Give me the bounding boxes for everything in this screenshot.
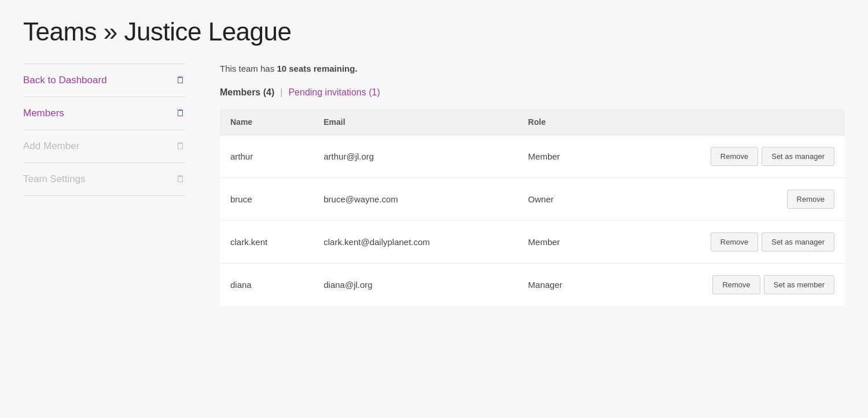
sidebar-label-back-to-dashboard: Back to Dashboard xyxy=(23,75,107,86)
btn-set-as-member-3[interactable]: Set as member xyxy=(764,275,834,294)
cell-role-2: Member xyxy=(518,221,606,264)
cell-name-0: arthur xyxy=(220,135,313,178)
col-header-name: Name xyxy=(220,109,313,135)
page-title: Teams » Justice League xyxy=(23,17,845,46)
cell-name-3: diana xyxy=(220,264,313,306)
cell-actions-0: RemoveSet as manager xyxy=(606,135,845,178)
cell-email-2: clark.kent@dailyplanet.com xyxy=(313,221,517,264)
col-header-email: Email xyxy=(313,109,517,135)
col-header-role: Role xyxy=(518,109,606,135)
cell-actions-1: Remove xyxy=(606,178,845,221)
table-row: dianadiana@jl.orgManagerRemoveSet as mem… xyxy=(220,264,845,306)
tab-pending-invitations[interactable]: Pending invitations (1) xyxy=(288,87,380,98)
cell-role-3: Manager xyxy=(518,264,606,306)
btn-remove-3[interactable]: Remove xyxy=(712,275,760,294)
main-content: This team has 10 seats remaining. Member… xyxy=(220,64,845,306)
btn-remove-1[interactable]: Remove xyxy=(787,190,834,209)
btn-set-as-manager-0[interactable]: Set as manager xyxy=(762,147,834,166)
sidebar-label-members: Members xyxy=(23,108,64,119)
table-row: clark.kentclark.kent@dailyplanet.comMemb… xyxy=(220,221,845,264)
table-body: arthurarthur@jl.orgMemberRemoveSet as ma… xyxy=(220,135,845,306)
cell-role-0: Member xyxy=(518,135,606,178)
btn-set-as-manager-2[interactable]: Set as manager xyxy=(762,232,834,251)
sidebar-icon-back-to-dashboard: 🗒 xyxy=(176,75,185,86)
col-header-actions xyxy=(606,109,845,135)
tab-separator: | xyxy=(280,87,282,98)
sidebar-icon-team-settings: 🗒 xyxy=(176,174,185,184)
tab-members: Members (4) xyxy=(220,87,274,98)
seats-count: 10 seats remaining. xyxy=(277,64,357,73)
table-row: arthurarthur@jl.orgMemberRemoveSet as ma… xyxy=(220,135,845,178)
table-row: brucebruce@wayne.comOwnerRemove xyxy=(220,178,845,221)
seats-info: This team has 10 seats remaining. xyxy=(220,64,845,73)
sidebar-item-add-member[interactable]: Add Member🗒 xyxy=(23,130,185,162)
cell-email-1: bruce@wayne.com xyxy=(313,178,517,221)
cell-actions-2: RemoveSet as manager xyxy=(606,221,845,264)
cell-email-0: arthur@jl.org xyxy=(313,135,517,178)
cell-name-1: bruce xyxy=(220,178,313,221)
table-head: NameEmailRole xyxy=(220,109,845,135)
members-table: NameEmailRole arthurarthur@jl.orgMemberR… xyxy=(220,109,845,306)
sidebar-label-team-settings: Team Settings xyxy=(23,173,86,185)
sidebar-item-members[interactable]: Members🗒 xyxy=(23,97,185,130)
page-container: Teams » Justice League Back to Dashboard… xyxy=(0,0,868,418)
sidebar-icon-add-member: 🗒 xyxy=(176,141,185,151)
table-header-row: NameEmailRole xyxy=(220,109,845,135)
seats-info-prefix: This team has xyxy=(220,64,277,73)
sidebar-item-team-settings[interactable]: Team Settings🗒 xyxy=(23,162,185,196)
layout: Back to Dashboard🗒Members🗒Add Member🗒Tea… xyxy=(23,64,845,306)
cell-actions-3: RemoveSet as member xyxy=(606,264,845,306)
sidebar-label-add-member: Add Member xyxy=(23,140,79,152)
cell-role-1: Owner xyxy=(518,178,606,221)
cell-name-2: clark.kent xyxy=(220,221,313,264)
sidebar-item-back-to-dashboard[interactable]: Back to Dashboard🗒 xyxy=(23,64,185,97)
sidebar-icon-members: 🗒 xyxy=(176,108,185,119)
btn-remove-2[interactable]: Remove xyxy=(711,232,758,251)
btn-remove-0[interactable]: Remove xyxy=(711,147,758,166)
tabs-row: Members (4) | Pending invitations (1) xyxy=(220,87,845,98)
cell-email-3: diana@jl.org xyxy=(313,264,517,306)
sidebar: Back to Dashboard🗒Members🗒Add Member🗒Tea… xyxy=(23,64,185,306)
